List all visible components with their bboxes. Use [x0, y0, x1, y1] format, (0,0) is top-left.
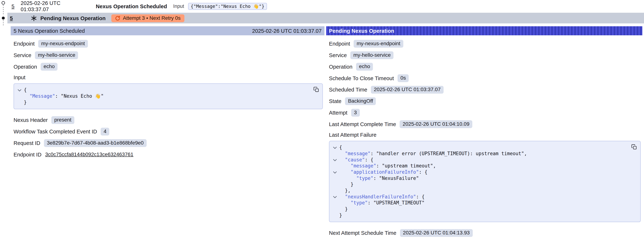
- pending-field-last-attempt-complete-time: Last Attempt Complete Time2025-02-26 UTC…: [326, 118, 642, 130]
- code-line: {: [332, 144, 626, 151]
- field-value-endpoint-id[interactable]: 3c0c75ccfa8144b092c13ce632463761: [45, 152, 134, 157]
- retry-badge: Attempt 3 • Next Retry 0s: [111, 14, 184, 22]
- input-label: Input: [173, 3, 184, 9]
- field-value-schedule-to-close-timeout: 0s: [398, 74, 409, 82]
- code-line: }: [332, 206, 626, 212]
- code-text: "applicationFailureInfo": {: [339, 169, 428, 175]
- code-line: "message": "upstream timeout",: [332, 163, 626, 169]
- timeline-rail: [0, 0, 7, 26]
- code-line: }: [332, 212, 626, 218]
- event-rows: 5 2025-02-26 UTC 01:03:37.07 Nexus Opera…: [0, 0, 644, 24]
- field-label: State: [329, 98, 342, 104]
- event-timestamp: 2025-02-26 UTC 01:03:37.07: [21, 0, 90, 12]
- code-text: },: [339, 188, 350, 194]
- field-label: Last Attempt Complete Time: [329, 121, 396, 127]
- code-text: }: [339, 212, 342, 218]
- pending-field-state: StateBackingOff: [326, 95, 642, 107]
- code-text: "message": "upstream timeout",: [339, 163, 436, 169]
- field-label: Request ID: [14, 140, 40, 146]
- scheduled-field-request-id: Request ID3e829b7e-7d67-4b08-aad3-b1e868…: [10, 137, 324, 148]
- field-label: Next Attempt Schedule Time: [329, 230, 396, 236]
- field-value-service: my-hello-service: [350, 51, 394, 59]
- code-text: }: [24, 99, 27, 106]
- code-gutter: [332, 188, 339, 194]
- scheduled-panel-title: 5 Nexus Operation Scheduled: [14, 28, 85, 34]
- event-id-link[interactable]: 5: [10, 15, 13, 21]
- field-value-nexus-header: present: [52, 116, 74, 124]
- code-gutter: [332, 182, 339, 188]
- code-gutter: [332, 200, 339, 206]
- pending-field-operation: Operationecho: [326, 61, 642, 72]
- pending-operation-asterisk-icon: [31, 15, 37, 21]
- field-value-endpoint: my-nexus-endpoint: [354, 40, 403, 48]
- collapse-chevron-icon[interactable]: [332, 157, 339, 163]
- field-value-operation: echo: [41, 62, 58, 70]
- code-text: "type": "NexusFailure": [339, 175, 419, 182]
- code-line: }: [332, 182, 626, 188]
- code-line: {: [16, 87, 308, 93]
- code-text: }: [339, 182, 354, 188]
- scheduled-section-label-input: Input: [10, 72, 324, 82]
- code-line: "message": "handler error (UPSTREAM_TIME…: [332, 150, 626, 157]
- scheduled-panel-header: 5 Nexus Operation Scheduled 2025-02-26 U…: [10, 26, 324, 35]
- code-text: "cause": {: [339, 157, 373, 163]
- selected-event-dot-icon: [2, 17, 5, 20]
- event-id-link[interactable]: 5: [12, 3, 14, 9]
- field-value-last-attempt-complete-time: 2025-02-26 UTC 01:04:10.09: [400, 120, 472, 128]
- field-value-operation: echo: [356, 62, 373, 70]
- collapse-chevron-icon[interactable]: [332, 144, 339, 151]
- pending-panel-title: Pending Nexus Operation: [329, 28, 394, 34]
- scheduled-panel-body: Endpointmy-nexus-endpointServicemy-hello…: [10, 35, 324, 168]
- scheduled-field-endpoint-id: Endpoint ID3c0c75ccfa8144b092c13ce632463…: [10, 148, 324, 160]
- scheduled-panel-time: 2025-02-26 UTC 01:03:37.07: [252, 28, 322, 34]
- event-row-nexus-operation-scheduled[interactable]: 5 2025-02-26 UTC 01:03:37.07 Nexus Opera…: [0, 0, 644, 12]
- retry-icon: [115, 15, 120, 21]
- scheduled-field-endpoint: Endpointmy-nexus-endpoint: [10, 38, 324, 49]
- workflow-event-history-view: 5 2025-02-26 UTC 01:03:37.07 Nexus Opera…: [0, 0, 644, 239]
- field-label: Endpoint: [329, 40, 350, 47]
- field-label: Schedule To Close Timeout: [329, 75, 394, 81]
- field-label: Endpoint ID: [14, 151, 41, 158]
- code-line: "type": "UPSTREAM_TIMEOUT": [332, 200, 626, 206]
- scheduled-field-operation: Operationecho: [10, 61, 324, 72]
- code-line: "applicationFailureInfo": {: [332, 169, 626, 175]
- scheduled-field-service: Servicemy-hello-service: [10, 49, 324, 61]
- pending-operation-detail-panel: Pending Nexus Operation Endpointmy-nexus…: [326, 26, 642, 239]
- field-label: Scheduled Time: [329, 86, 367, 92]
- pending-section-label-last-attempt-failure: Last Attempt Failure: [326, 130, 642, 140]
- collapse-chevron-icon[interactable]: [332, 194, 339, 200]
- code-gutter: [16, 93, 24, 99]
- collapse-chevron-icon[interactable]: [332, 169, 339, 175]
- pending-panel-header: Pending Nexus Operation: [326, 26, 642, 35]
- copy-button[interactable]: [314, 86, 319, 92]
- pending-panel-body: Endpointmy-nexus-endpointServicemy-hello…: [326, 35, 642, 239]
- pending-field-attempt: Attempt3: [326, 107, 642, 118]
- scheduled-field-nexus-header: Nexus Headerpresent: [10, 114, 324, 126]
- timeline-rail-graphic: [0, 0, 7, 26]
- code-line: "type": "NexusFailure": [332, 175, 626, 182]
- event-row-pending-nexus-operation[interactable]: 5 Pending Nexus Operation: [7, 13, 644, 24]
- field-label: Service: [329, 52, 347, 58]
- field-label: Workflow Task Completed Event ID: [14, 128, 97, 134]
- input-preview-chip: {"Message":"Nexus Echo 👋"}: [188, 3, 267, 10]
- code-gutter: [332, 163, 339, 169]
- code-text: "message": "handler error (UPSTREAM_TIME…: [339, 150, 527, 157]
- code-line: "nexusHandlerFailureInfo": {: [332, 194, 626, 200]
- field-value-request-id: 3e829b7e-7d67-4b08-aad3-b1e868bfe9e0: [44, 139, 146, 147]
- pending-field-scheduled-time: Scheduled Time2025-02-26 UTC 01:03:37.07: [326, 84, 642, 95]
- input-json-block: { "Message": "Nexus Echo 👋"}: [14, 83, 323, 109]
- copy-button[interactable]: [631, 144, 637, 150]
- code-text: }: [339, 206, 348, 212]
- field-label: Operation: [14, 64, 37, 70]
- collapse-chevron-icon[interactable]: [16, 87, 24, 93]
- field-label: Nexus Header: [14, 117, 48, 123]
- scheduled-field-workflow-task-completed-event-id: Workflow Task Completed Event ID4: [10, 126, 324, 137]
- code-gutter: [332, 150, 339, 157]
- code-text: {: [24, 87, 27, 93]
- field-label: Endpoint: [14, 40, 34, 47]
- code-text: "nexusHandlerFailureInfo": {: [339, 194, 424, 200]
- code-text: "Message": "Nexus Echo 👋": [24, 93, 104, 99]
- code-line: }: [16, 99, 308, 106]
- pending-field-next-attempt-schedule-time: Next Attempt Schedule Time2025-02-26 UTC…: [326, 227, 642, 239]
- field-label: Attempt: [329, 110, 348, 116]
